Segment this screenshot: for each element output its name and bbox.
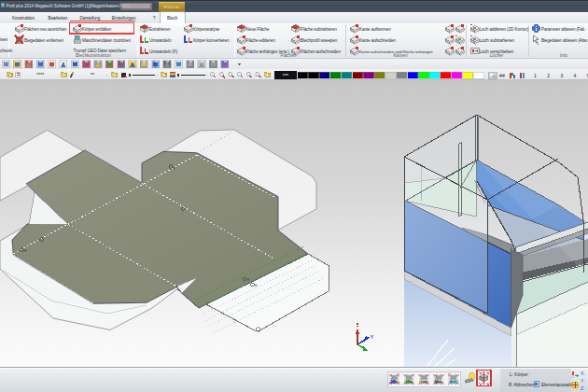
svg-text:Loch addieren (2D Kontur): Loch addieren (2D Kontur) (480, 27, 529, 32)
svg-text:Kante auftrennen: Kante auftrennen (359, 27, 391, 32)
svg-text:Loch subtrahieren: Loch subtrahieren (480, 38, 515, 43)
svg-text:DXF: DXF (449, 379, 458, 385)
svg-text:Blech: Blech (167, 16, 178, 21)
svg-text:Fläche subtrahieren: Fläche subtrahieren (301, 27, 337, 32)
svg-text:Umwandeln (F): Umwandeln (F) (149, 49, 178, 54)
svg-text:R: Abbrechen: R: Abbrechen (509, 383, 535, 387)
svg-text:Biegedaten entfernen: Biegedaten entfernen (24, 38, 63, 43)
svg-text:Konstruktion: Konstruktion (12, 16, 35, 21)
svg-text:isen: isen (0, 37, 8, 42)
svg-text:Flächen neu ausrichten: Flächen neu ausrichten (24, 27, 67, 32)
svg-text:Bearbeiten: Bearbeiten (49, 16, 68, 21)
svg-text:Extrahieren: Extrahieren (149, 27, 171, 32)
svg-text:M: M (434, 379, 438, 385)
svg-text:##: ## (499, 73, 505, 78)
svg-text:Körper entfalten: Körper entfalten (82, 27, 112, 32)
svg-text:Z:: Z: (581, 385, 585, 391)
svg-text:chsein: chsein (0, 49, 13, 53)
svg-text:****: **** (36, 72, 44, 77)
svg-text:Parameter ablesen (Falt.: Parameter ablesen (Falt. (541, 27, 585, 32)
svg-text:Y:: Y: (581, 378, 585, 384)
svg-text:Körperanalyse: Körperanalyse (193, 27, 220, 32)
svg-text:Profi plus 2014 Megatech Soft: Profi plus 2014 Megatech Software GmbH (… (7, 4, 130, 8)
svg-text:FOLD.ini: FOLD.ini (163, 5, 179, 9)
svg-text:Fläche editieren: Fläche editieren (246, 38, 276, 43)
svg-text:Umwandeln: Umwandeln (149, 38, 172, 43)
svg-text:Blechprofil sweepen: Blechprofil sweepen (301, 38, 338, 43)
svg-text:Kanten: Kanten (393, 53, 408, 58)
svg-text:1: 1 (534, 73, 537, 78)
svg-text:Körper konvertieren: Körper konvertieren (193, 38, 230, 43)
svg-text:3D: 3D (405, 379, 412, 385)
svg-text:2D: 2D (390, 379, 397, 385)
svg-text:Flächen aufschneiden: Flächen aufschneiden (301, 49, 341, 54)
svg-text:**: ** (91, 72, 94, 77)
svg-text:Maschinendaten zuordnen: Maschinendaten zuordnen (82, 38, 131, 43)
svg-text:Info: Info (560, 53, 567, 58)
svg-text:Loch verschieben: Loch verschieben (480, 49, 514, 54)
svg-text:Elementauswahl: Elementauswahl (541, 383, 572, 387)
svg-text:Neue Fläche: Neue Fläche (246, 27, 270, 32)
svg-text:X:: X: (581, 371, 585, 376)
svg-text:2: 2 (547, 73, 550, 78)
svg-text:Löcher: Löcher (490, 53, 504, 58)
svg-text:Kante aufschneiden: Kante aufschneiden (359, 38, 396, 43)
svg-text:Biegedaten ablesen (Abw.: Biegedaten ablesen (Abw. (541, 38, 588, 43)
svg-text:Darstellung: Darstellung (80, 16, 101, 21)
svg-text:Kante aufschneiden und Fläche: Kante aufschneiden und Fläche anhängen (359, 49, 433, 54)
svg-text:Einstellungen: Einstellungen (112, 16, 136, 21)
svg-text:Blechkonstruktion: Blechkonstruktion (76, 53, 111, 58)
svg-text:***: *** (283, 73, 289, 78)
svg-text:Y: Y (371, 335, 373, 340)
svg-text:Trumpf GEO Datei speichern: Trumpf GEO Datei speichern (74, 49, 127, 53)
svg-text:3: 3 (560, 73, 563, 78)
svg-text:4: 4 (574, 73, 577, 78)
svg-text:L: Körper: L: Körper (510, 372, 528, 377)
svg-text:Fläche anhängen (erw.): Fläche anhängen (erw.) (246, 49, 290, 54)
